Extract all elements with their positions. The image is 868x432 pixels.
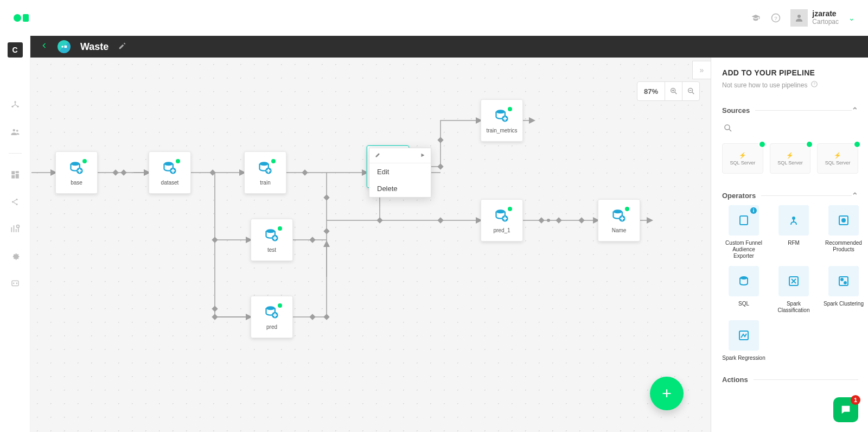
svg-rect-40	[556, 217, 561, 223]
add-node-button[interactable]: +	[650, 377, 684, 410]
help-icon[interactable]: ?	[810, 80, 818, 90]
node-pred[interactable]: pred	[251, 296, 293, 338]
gear-icon[interactable]	[9, 250, 21, 262]
svg-rect-37	[437, 217, 443, 223]
sources-grid: ⚡SQL Server ⚡SQL Server ⚡SQL Server	[722, 143, 863, 174]
database-icon	[162, 160, 178, 176]
zoom-value: 87%	[637, 87, 665, 96]
svg-rect-28	[212, 314, 218, 320]
svg-point-65	[842, 219, 845, 222]
svg-point-16	[16, 204, 17, 205]
analytics-icon[interactable]	[9, 223, 21, 235]
svg-point-57	[614, 209, 622, 213]
database-icon	[494, 108, 510, 124]
svg-rect-25	[209, 169, 215, 175]
panel-subtext: Not sure how to use pipelines ?	[722, 80, 863, 90]
svg-point-49	[266, 229, 275, 233]
svg-point-41	[547, 219, 550, 222]
users-icon[interactable]	[9, 126, 21, 138]
operator-card[interactable]: i Custom Funnel Audience Exporter	[722, 205, 765, 259]
chat-badge: 1	[851, 395, 860, 405]
operator-card[interactable]: Spark Classification	[772, 266, 815, 314]
node-name[interactable]: Name	[598, 199, 640, 242]
panel-heading: ADD TO YOUR PIPELINE	[722, 68, 863, 77]
workspace-badge[interactable]: C	[8, 42, 23, 58]
graduation-cap-icon[interactable]	[750, 14, 761, 22]
svg-rect-68	[839, 277, 848, 285]
pipeline-canvas[interactable]: » 87%	[30, 58, 711, 432]
context-menu-delete[interactable]: Delete	[369, 180, 431, 197]
pencil-icon[interactable]	[118, 42, 126, 52]
svg-text:?: ?	[814, 82, 816, 86]
user-org: Cartopac	[812, 18, 839, 26]
share-icon[interactable]	[9, 196, 21, 208]
section-operators[interactable]: Operators ⌃	[722, 186, 863, 205]
database-icon	[494, 208, 510, 224]
svg-text:?: ?	[775, 15, 778, 21]
svg-rect-24	[120, 169, 126, 175]
source-card[interactable]: ⚡SQL Server	[770, 143, 811, 174]
node-base[interactable]: base	[55, 151, 98, 194]
svg-point-61	[725, 125, 730, 130]
context-menu-edit[interactable]: Edit	[369, 163, 431, 180]
zoom-controls: 87%	[637, 81, 700, 101]
app-logo[interactable]	[13, 10, 29, 26]
svg-rect-10	[11, 171, 15, 174]
pencil-icon[interactable]	[375, 151, 381, 160]
operator-card[interactable]: SQL	[722, 266, 765, 314]
dashboard-icon[interactable]	[9, 169, 21, 181]
database-icon	[264, 304, 280, 321]
source-card[interactable]: ⚡SQL Server	[722, 143, 763, 174]
pipeline-title: Waste	[80, 41, 108, 53]
svg-rect-42	[578, 217, 584, 223]
svg-point-69	[841, 278, 843, 281]
svg-rect-36	[437, 163, 443, 169]
section-sources[interactable]: Sources ⌃	[722, 100, 863, 120]
node-dataset[interactable]: dataset	[149, 151, 191, 194]
zoom-in-button[interactable]	[665, 82, 682, 100]
svg-rect-31	[323, 228, 329, 234]
database-icon	[264, 227, 280, 244]
section-actions[interactable]: Actions	[722, 370, 863, 389]
svg-rect-39	[538, 217, 544, 223]
code-icon[interactable]	[9, 277, 21, 289]
svg-rect-38	[376, 217, 382, 223]
svg-rect-27	[212, 306, 218, 312]
node-pred-1[interactable]: pred_1	[481, 199, 523, 242]
play-icon[interactable]	[420, 151, 425, 160]
svg-point-55	[496, 209, 505, 213]
operator-card[interactable]: Recommended Products	[822, 205, 865, 259]
svg-point-43	[71, 162, 80, 166]
database-icon	[611, 208, 627, 224]
context-menu: Edit Delete	[369, 148, 431, 198]
svg-point-51	[266, 306, 275, 310]
svg-point-17	[16, 225, 19, 228]
svg-rect-12	[15, 174, 18, 179]
operator-card[interactable]: Spark Regression	[722, 320, 765, 361]
node-icon[interactable]	[9, 99, 21, 111]
operators-grid: i Custom Funnel Audience Exporter RFM Re…	[722, 205, 863, 361]
collapse-panel-icon[interactable]: »	[692, 61, 711, 79]
back-icon[interactable]	[41, 41, 48, 53]
operator-card[interactable]: RFM	[772, 205, 815, 259]
svg-point-66	[740, 276, 748, 279]
source-card[interactable]: ⚡SQL Server	[817, 143, 858, 174]
operator-card[interactable]: Spark Clustering	[822, 266, 865, 314]
node-test[interactable]: test	[251, 219, 293, 261]
user-text: jzarate Cartopac	[812, 10, 839, 26]
svg-point-4	[797, 15, 801, 18]
svg-point-19	[61, 46, 63, 48]
svg-rect-26	[212, 237, 218, 243]
top-header: ? jzarate Cartopac ⌄	[0, 0, 868, 36]
user-menu[interactable]: jzarate Cartopac ⌄	[790, 9, 855, 27]
svg-rect-13	[11, 175, 15, 179]
svg-rect-1	[23, 14, 29, 22]
zoom-out-button[interactable]	[682, 82, 699, 100]
search-icon[interactable]	[723, 123, 863, 136]
chat-widget[interactable]: 1	[833, 397, 858, 422]
help-icon[interactable]: ?	[771, 13, 781, 23]
node-train[interactable]: train	[244, 151, 286, 194]
node-train-metrics[interactable]: train_metrics	[481, 99, 523, 142]
svg-point-15	[16, 199, 17, 200]
right-panel: ADD TO YOUR PIPELINE Not sure how to use…	[711, 58, 868, 432]
